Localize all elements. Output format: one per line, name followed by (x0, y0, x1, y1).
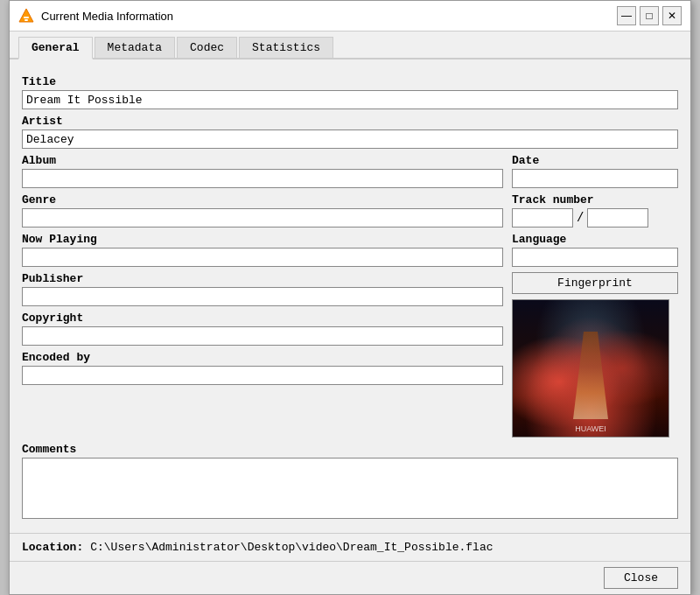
right-column: Date Track number / Language Fingerprint (512, 149, 678, 438)
track-number-input[interactable] (512, 208, 573, 228)
copyright-input[interactable] (22, 326, 503, 346)
language-label: Language (512, 233, 678, 246)
left-column: Album Genre Now Playing Publisher Copyri… (22, 149, 503, 438)
copyright-label: Copyright (22, 312, 503, 325)
track-slash: / (577, 211, 584, 225)
content-area: Title Artist Album Genre Now Playing Pub… (10, 60, 690, 533)
title-label: Title (22, 75, 678, 88)
window-close-button[interactable]: ✕ (662, 6, 682, 25)
svg-rect-1 (24, 17, 29, 18)
main-content-row: Album Genre Now Playing Publisher Copyri… (22, 149, 678, 438)
main-window: Current Media Information — □ ✕ General … (9, 0, 691, 595)
genre-label: Genre (22, 193, 503, 206)
encoded-by-label: Encoded by (22, 351, 503, 364)
artist-input[interactable] (22, 130, 678, 149)
genre-input[interactable] (22, 208, 503, 228)
now-playing-input[interactable] (22, 248, 503, 267)
now-playing-label: Now Playing (22, 233, 503, 246)
tab-general[interactable]: General (18, 37, 93, 60)
track-total-input[interactable] (587, 208, 648, 228)
maximize-button[interactable]: □ (640, 6, 659, 25)
title-input[interactable] (22, 90, 678, 109)
track-number-label: Track number (512, 193, 678, 206)
location-value: C:\Users\Administrator\Desktop\video\Dre… (90, 541, 678, 554)
huawei-logo: HUAWEI (575, 424, 606, 433)
title-bar-left: Current Media Information (18, 8, 173, 24)
date-input[interactable] (512, 169, 678, 188)
vlc-icon (18, 8, 34, 24)
publisher-input[interactable] (22, 287, 503, 306)
date-label: Date (512, 154, 678, 167)
publisher-label: Publisher (22, 272, 503, 285)
album-art: HUAWEI (512, 299, 669, 438)
tab-bar: General Metadata Codec Statistics (10, 32, 690, 60)
minimize-button[interactable]: — (617, 6, 636, 25)
album-label: Album (22, 154, 503, 167)
encoded-by-input[interactable] (22, 366, 503, 385)
svg-rect-2 (24, 19, 28, 21)
title-bar-controls: — □ ✕ (617, 6, 682, 25)
track-number-row: / (512, 208, 678, 228)
fingerprint-button[interactable]: Fingerprint (512, 272, 678, 294)
window-title: Current Media Information (41, 10, 173, 23)
comments-label: Comments (22, 443, 678, 456)
tab-metadata[interactable]: Metadata (94, 37, 175, 58)
location-bar: Location: C:\Users\Administrator\Desktop… (10, 533, 690, 561)
title-bar: Current Media Information — □ ✕ (10, 1, 690, 32)
artist-label: Artist (22, 115, 678, 128)
tab-statistics[interactable]: Statistics (239, 37, 333, 58)
language-input[interactable] (512, 248, 678, 267)
bottom-bar: Close (10, 561, 690, 594)
close-button[interactable]: Close (604, 567, 678, 589)
album-input[interactable] (22, 169, 503, 188)
tab-codec[interactable]: Codec (177, 37, 237, 58)
location-label: Location: (22, 541, 83, 554)
comments-input[interactable] (22, 458, 678, 519)
